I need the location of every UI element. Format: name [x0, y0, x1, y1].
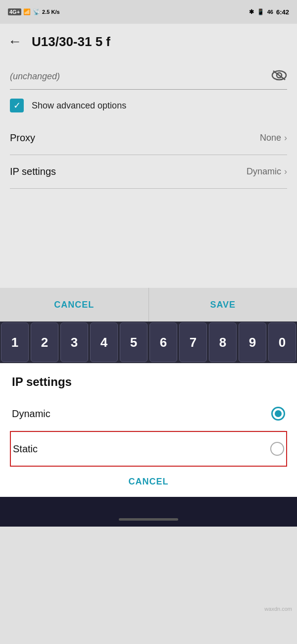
proxy-value: None ›	[260, 133, 287, 143]
page-title: U13/30-31 5 f	[32, 34, 110, 50]
speed-label: 2.5 K/s	[42, 9, 59, 15]
key-9[interactable]: 9	[239, 322, 266, 362]
key-5[interactable]: 5	[120, 322, 148, 362]
save-button-label: SAVE	[210, 300, 236, 310]
check-mark: ✓	[13, 100, 21, 111]
proxy-value-text: None	[260, 133, 281, 143]
bottom-nav	[0, 497, 297, 527]
numeric-keyboard: 1 2 3 4 5 6 7 8 9 0	[0, 322, 297, 363]
eye-icon[interactable]	[271, 68, 287, 84]
key-7[interactable]: 7	[179, 322, 207, 362]
dynamic-radio-button[interactable]	[271, 407, 285, 421]
key-0[interactable]: 0	[268, 322, 296, 362]
ip-settings-value: Dynamic ›	[247, 166, 287, 177]
ip-settings-chevron-icon: ›	[284, 166, 287, 177]
proxy-chevron-icon: ›	[284, 133, 287, 143]
ip-settings-label: IP settings	[10, 166, 56, 177]
password-field: (unchanged)	[10, 59, 287, 90]
phone-icon: 📱	[257, 8, 264, 15]
static-option-label: Static	[13, 443, 38, 455]
bottom-buttons: CANCEL SAVE	[0, 288, 297, 322]
ip-settings-dialog: IP settings Dynamic Static CANCEL	[0, 363, 297, 497]
battery-label: 46	[267, 9, 273, 15]
advanced-options-label: Show advanced options	[32, 101, 126, 111]
status-right: ✱ 📱 46 6:42	[249, 8, 289, 16]
home-indicator[interactable]	[119, 518, 178, 521]
cancel-button[interactable]: CANCEL	[0, 288, 149, 322]
watermark: waxdn.com	[264, 606, 292, 612]
time-label: 6:42	[276, 8, 289, 16]
status-bar: 4G+ 📶 📡 2.5 K/s ✱ 📱 46 6:42	[0, 0, 297, 24]
content-area: (unchanged) ✓ Show advanced options Prox…	[0, 59, 297, 288]
key-3[interactable]: 3	[60, 322, 88, 362]
advanced-options-row: ✓ Show advanced options	[10, 90, 287, 121]
ip-settings-value-text: Dynamic	[247, 166, 281, 177]
dialog-cancel-button[interactable]: CANCEL	[129, 477, 169, 487]
ip-settings-dialog-title: IP settings	[12, 363, 285, 397]
back-button[interactable]: ←	[8, 34, 22, 50]
static-radio-button[interactable]	[270, 442, 284, 456]
proxy-label: Proxy	[10, 132, 35, 144]
proxy-setting-row[interactable]: Proxy None ›	[10, 121, 287, 155]
signal-bars: 📶	[23, 8, 31, 15]
static-option-row[interactable]: Static	[10, 431, 287, 467]
advanced-options-checkbox[interactable]: ✓	[10, 99, 24, 112]
dynamic-option-row[interactable]: Dynamic	[12, 397, 285, 431]
ip-settings-row[interactable]: IP settings Dynamic ›	[10, 155, 287, 189]
bluetooth-icon: ✱	[249, 8, 254, 15]
key-4[interactable]: 4	[90, 322, 118, 362]
top-bar: ← U13/30-31 5 f	[0, 24, 297, 59]
dynamic-radio-inner	[275, 410, 282, 417]
key-6[interactable]: 6	[149, 322, 177, 362]
dialog-cancel-area: CANCEL	[12, 467, 285, 497]
wifi-icon: 📡	[33, 8, 40, 15]
network-label: 4G+	[8, 8, 21, 15]
empty-space	[10, 189, 287, 288]
dynamic-option-label: Dynamic	[12, 408, 50, 420]
cancel-button-label: CANCEL	[54, 300, 94, 310]
key-1[interactable]: 1	[1, 322, 29, 362]
password-input[interactable]: (unchanged)	[10, 71, 60, 82]
save-button[interactable]: SAVE	[149, 288, 297, 322]
key-2[interactable]: 2	[31, 322, 58, 362]
status-left: 4G+ 📶 📡 2.5 K/s	[8, 8, 60, 15]
key-8[interactable]: 8	[209, 322, 237, 362]
